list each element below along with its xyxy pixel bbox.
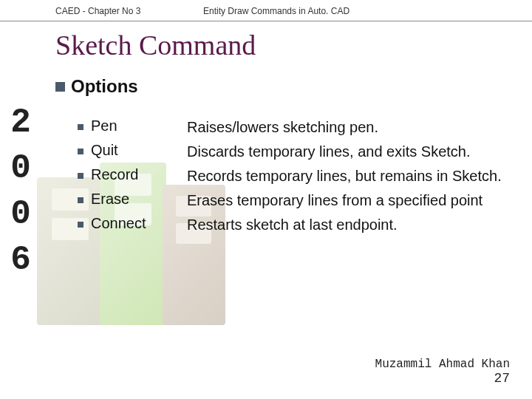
option-name: Quit: [91, 142, 187, 159]
footer-page-number: 27: [375, 371, 510, 386]
option-name: Pen: [91, 117, 187, 134]
options-title-text: Options: [71, 76, 138, 97]
header-chapter: CAED - Chapter No 3: [0, 6, 203, 16]
options-heading: Options: [55, 76, 532, 97]
square-bullet-icon: [78, 197, 83, 203]
slide-header: CAED - Chapter No 3 Entity Draw Commands…: [0, 0, 532, 21]
slide-content: Options Pen Raises/lowers sketching pen.…: [0, 76, 532, 235]
square-bullet-icon: [78, 149, 83, 154]
option-desc: Raises/lowers sketching pen.: [187, 117, 378, 137]
square-bullet-icon: [78, 124, 83, 130]
options-list: Pen Raises/lowers sketching pen. Quit Di…: [55, 117, 532, 235]
option-desc: Erases temporary lines from a specified …: [187, 191, 482, 211]
square-bullet-icon: [78, 222, 83, 228]
option-name: Connect: [91, 215, 187, 232]
list-item: Pen Raises/lowers sketching pen.: [78, 117, 532, 137]
list-item: Record Records temporary lines, but rema…: [78, 166, 532, 186]
option-name: Record: [91, 166, 187, 183]
slide-title: Sketch Command: [0, 21, 532, 76]
option-name: Erase: [91, 191, 187, 208]
list-item: Erase Erases temporary lines from a spec…: [78, 191, 532, 211]
list-item: Quit Discards temporary lines, and exits…: [78, 142, 532, 162]
header-topic: Entity Draw Commands in Auto. CAD: [203, 6, 532, 16]
footer-author: Muzammil Ahmad Khan: [375, 358, 510, 371]
slide-footer: Muzammil Ahmad Khan 27: [375, 358, 510, 386]
option-desc: Records temporary lines, but remains in …: [187, 166, 502, 186]
square-bullet-icon: [78, 173, 83, 179]
list-item: Connect Restarts sketch at last endpoint…: [78, 215, 532, 235]
square-bullet-icon: [55, 82, 65, 92]
option-desc: Restarts sketch at last endpoint.: [187, 215, 398, 235]
option-desc: Discards temporary lines, and exits Sket…: [187, 142, 471, 162]
